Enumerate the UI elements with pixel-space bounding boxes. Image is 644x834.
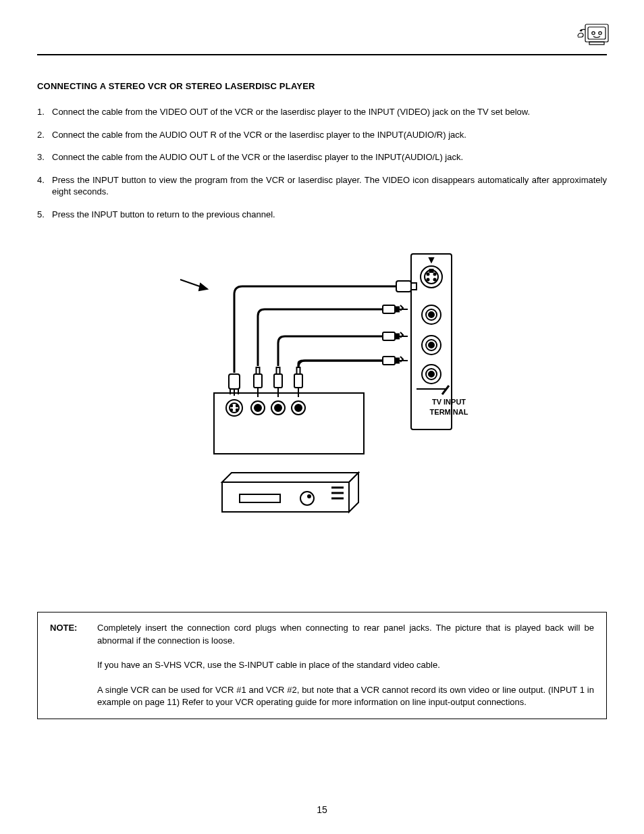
tv-mascot-icon: [576, 19, 614, 54]
header-rule: [37, 14, 607, 55]
svg-point-3: [599, 32, 601, 34]
svg-rect-4: [589, 42, 604, 45]
svg-point-23: [429, 371, 434, 377]
connection-diagram: TV INPUT TERMINAL: [37, 247, 607, 544]
svg-rect-27: [214, 393, 364, 454]
steps-list: 1. Connect the cable from the VIDEO OUT …: [37, 106, 607, 220]
svg-rect-14: [430, 269, 433, 272]
svg-rect-45: [257, 367, 260, 374]
svg-rect-56: [395, 307, 399, 312]
step-number: 3.: [37, 151, 52, 163]
note-paragraph: If you have an S-VHS VCR, use the S-INPU…: [97, 659, 594, 671]
step-text: Press the INPUT button to view the progr…: [52, 174, 607, 198]
step-text: Press the INPUT button to return to the …: [52, 209, 607, 221]
svg-rect-55: [383, 305, 395, 313]
label-line: TV INPUT: [432, 398, 466, 406]
svg-point-39: [295, 405, 302, 411]
step-number: 1.: [37, 106, 52, 118]
svg-rect-58: [383, 332, 395, 340]
svg-rect-48: [277, 367, 280, 374]
svg-point-71: [308, 495, 311, 498]
svg-rect-40: [229, 374, 240, 389]
manual-page: CONNECTING A STEREO VCR OR STEREO LASERD…: [0, 0, 644, 834]
step-item: 1. Connect the cable from the VIDEO OUT …: [37, 106, 607, 118]
step-text: Connect the cable from the VIDEO OUT of …: [52, 106, 607, 118]
svg-point-37: [275, 405, 281, 411]
note-paragraph: A single VCR can be used for VCR #1 and …: [97, 684, 594, 709]
step-item: 3. Connect the cable from the AUDIO OUT …: [37, 151, 607, 163]
svg-rect-54: [411, 283, 417, 290]
step-text: Connect the cable from the AUDIO OUT R o…: [52, 129, 607, 141]
page-number: 15: [0, 804, 644, 815]
step-item: 4. Press the INPUT button to view the pr…: [37, 174, 607, 198]
note-box: NOTE: Completely insert the connection c…: [37, 612, 607, 719]
note-body: Completely insert the connection cord pl…: [97, 622, 594, 708]
svg-point-30: [231, 405, 232, 407]
svg-point-31: [236, 405, 238, 407]
svg-point-35: [254, 405, 261, 411]
svg-point-11: [434, 273, 436, 276]
svg-point-33: [236, 409, 238, 411]
svg-point-20: [429, 342, 434, 348]
svg-point-5: [581, 30, 582, 31]
step-item: 5. Press the INPUT button to return to t…: [37, 209, 607, 221]
svg-rect-50: [294, 374, 302, 388]
svg-point-17: [429, 312, 434, 317]
tv-input-terminal-label: TV INPUT TERMINAL: [415, 397, 483, 417]
svg-rect-61: [383, 357, 395, 365]
svg-point-2: [592, 32, 595, 34]
svg-point-12: [427, 279, 429, 281]
svg-rect-59: [395, 334, 399, 339]
svg-point-10: [427, 273, 429, 276]
svg-point-13: [434, 279, 436, 281]
section-title: CONNECTING A STEREO VCR OR STEREO LASERD…: [37, 81, 607, 91]
step-number: 2.: [37, 129, 52, 141]
step-number: 5.: [37, 209, 52, 221]
svg-rect-47: [274, 374, 282, 388]
label-line: TERMINAL: [430, 408, 468, 416]
svg-rect-44: [254, 374, 262, 388]
svg-rect-69: [240, 494, 280, 502]
note-paragraph: Completely insert the connection cord pl…: [97, 622, 594, 647]
step-text: Connect the cable from the AUDIO OUT L o…: [52, 151, 607, 163]
step-number: 4.: [37, 174, 52, 198]
step-item: 2. Connect the cable from the AUDIO OUT …: [37, 129, 607, 141]
svg-rect-62: [395, 359, 399, 363]
svg-rect-53: [396, 281, 411, 292]
svg-marker-65: [199, 284, 207, 290]
svg-point-32: [231, 409, 232, 411]
svg-marker-67: [222, 473, 358, 482]
svg-rect-51: [297, 367, 300, 374]
note-label: NOTE:: [50, 622, 97, 708]
